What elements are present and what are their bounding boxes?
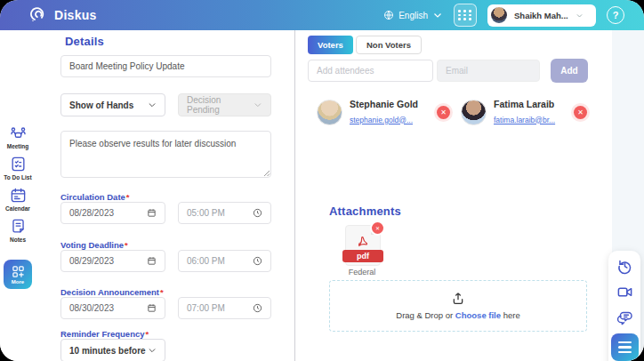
description-textarea[interactable]: Please observe results for later discuss… (60, 131, 271, 178)
resize-grip-icon[interactable] (263, 170, 270, 177)
agenda-title-input[interactable] (60, 55, 271, 77)
globe-icon (383, 10, 394, 20)
dropzone-text: Drag & Drop or Choose file here (396, 310, 519, 320)
decision-announcement-time-input[interactable]: 07:00 PM (178, 297, 271, 319)
voting-deadline-date-input[interactable]: 08/29/2023 (60, 250, 165, 272)
add-attendees-input[interactable] (308, 60, 433, 82)
remove-attachment-button[interactable]: ✕ (370, 221, 385, 236)
tab-non-voters[interactable]: Non Voters (356, 36, 422, 54)
chevron-down-icon (254, 100, 262, 109)
calendar-icon (147, 303, 157, 313)
attendee-name: Fatima Laraib (494, 99, 555, 110)
pdf-glyph-icon (353, 233, 373, 251)
calendar-icon (10, 187, 27, 204)
sidebar-item-notes[interactable]: Notes (0, 218, 36, 243)
file-dropzone[interactable]: Drag & Drop or Choose file here (329, 280, 587, 332)
pdf-type-badge: pdf (342, 250, 383, 262)
meeting-icon (10, 124, 27, 141)
hamburger-icon (618, 341, 632, 343)
app-header: Diskus English Shaikh Mah... ? (0, 0, 644, 30)
attachments-heading: Attachments (329, 205, 401, 218)
attachment-pdf-card[interactable]: pdf ✕ (345, 225, 381, 266)
video-camera-icon (616, 284, 633, 301)
chevron-down-icon (148, 100, 157, 109)
app-logo: Diskus (30, 6, 97, 24)
todo-list-icon (10, 156, 27, 172)
tab-voters[interactable]: Voters (308, 36, 353, 54)
decision-announcement-date-input[interactable]: 08/30/2023 (60, 297, 165, 319)
choose-file-link[interactable]: Choose file (455, 310, 501, 320)
calendar-icon (147, 208, 157, 218)
circulation-date-label: Circulation Date* (60, 192, 130, 202)
remove-attendee-button[interactable]: ✕ (437, 106, 450, 119)
attendee-card: Fatima Laraib fatima.laraib@br... ✕ (461, 99, 587, 126)
chevron-down-icon (576, 12, 584, 20)
remove-attendee-button[interactable]: ✕ (574, 106, 587, 119)
attendee-name: Stephanie Gold (350, 99, 418, 110)
voting-deadline-time-input[interactable]: 06:00 PM (178, 250, 271, 272)
voters-panel: Voters Non Voters Add Stephanie Gold ste… (295, 30, 612, 361)
more-grid-icon (12, 265, 25, 278)
reminder-frequency-label: Reminder Frequency* (60, 329, 149, 339)
voting-method-select[interactable]: Show of Hands (60, 93, 165, 116)
user-menu[interactable]: Shaikh Mah... (487, 4, 596, 27)
app-window: Diskus English Shaikh Mah... ? (0, 0, 644, 361)
sidebar-item-meeting[interactable]: Meeting (0, 124, 36, 149)
help-button[interactable]: ? (607, 6, 624, 24)
user-avatar (491, 7, 507, 23)
history-icon (616, 258, 633, 275)
details-panel: Details Show of Hands Decision Pending P… (36, 30, 295, 361)
circulation-time-input[interactable]: 05:00 PM (178, 202, 271, 224)
floating-toolbar (608, 251, 640, 361)
reminder-frequency-select[interactable]: 10 minutes before (60, 339, 165, 361)
app-title: Diskus (54, 8, 97, 22)
attendee-avatar (317, 100, 342, 125)
left-nav-sidebar: Meeting To Do List Calendar Notes (0, 30, 36, 361)
attendee-email-link[interactable]: fatima.laraib@br... (494, 116, 555, 124)
circulation-date-input[interactable]: 08/28/2023 (60, 202, 165, 224)
video-call-button[interactable] (615, 282, 634, 301)
decision-status-select: Decision Pending (178, 93, 271, 116)
notes-icon (10, 218, 27, 235)
clock-icon (253, 256, 262, 266)
language-selector[interactable]: English (383, 10, 443, 20)
language-label: English (398, 11, 428, 20)
clock-icon (253, 208, 262, 218)
attendee-email-link[interactable]: stephanie.gold@... (350, 116, 413, 124)
sidebar-item-calendar[interactable]: Calendar (0, 187, 36, 212)
decision-announcement-label: Decision Announcement* (60, 287, 164, 297)
attendee-avatar (461, 100, 487, 125)
diskus-logo-icon (30, 6, 48, 24)
chevron-down-icon (148, 346, 157, 355)
sidebar-item-todo-list[interactable]: To Do List (0, 156, 36, 180)
voting-deadline-label: Voting Deadline* (60, 240, 128, 250)
apps-grid-button[interactable] (454, 4, 477, 27)
attendee-card: Stephanie Gold stephanie.gold@... ✕ (317, 99, 450, 126)
user-name: Shaikh Mah... (514, 11, 568, 20)
chevron-down-icon (432, 10, 443, 20)
sidebar-item-more[interactable]: More (4, 260, 32, 289)
upload-icon (451, 292, 465, 306)
attachment-name: Federal (336, 268, 388, 277)
menu-button[interactable] (611, 333, 639, 361)
chat-icon (616, 309, 633, 326)
chat-button[interactable] (615, 308, 634, 327)
grid-dots-icon (458, 10, 472, 20)
clock-icon (253, 303, 262, 313)
details-heading: Details (65, 35, 104, 48)
calendar-icon (147, 256, 157, 266)
add-attendee-button[interactable]: Add (551, 59, 588, 83)
history-button[interactable] (615, 256, 634, 276)
attendee-email-input (437, 60, 540, 82)
